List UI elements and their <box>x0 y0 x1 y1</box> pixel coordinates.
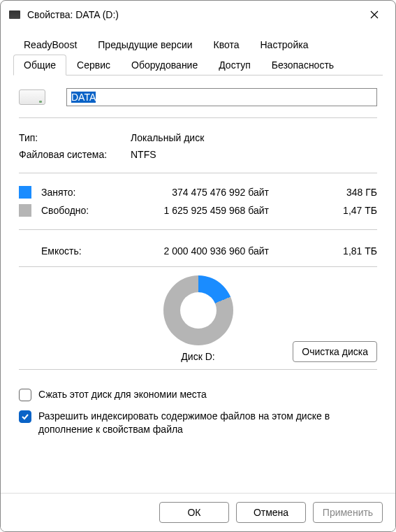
apply-button[interactable]: Применить <box>313 502 383 523</box>
general-panel: Тип: Локальный диск Файловая система: NT… <box>13 76 383 449</box>
index-label: Разрешить индексировать содержимое файло… <box>38 410 377 436</box>
window-title: Свойства: DATA (D:) <box>27 9 362 20</box>
tab-hardware[interactable]: Оборудование <box>121 55 208 75</box>
tab-strip: ReadyBoost Предыдущие версии Квота Настр… <box>13 34 383 76</box>
close-button[interactable] <box>362 3 387 26</box>
drive-icon <box>19 89 45 105</box>
capacity-bytes: 2 000 400 936 960 байт <box>115 245 269 257</box>
free-label: Свободно: <box>41 205 115 216</box>
filesystem-value: NTFS <box>131 149 377 160</box>
ok-button[interactable]: ОК <box>159 502 229 523</box>
used-human: 348 ГБ <box>269 187 377 198</box>
tab-readyboost[interactable]: ReadyBoost <box>13 34 87 55</box>
compress-label: Сжать этот диск для экономии места <box>38 388 207 401</box>
title-bar: Свойства: DATA (D:) <box>1 1 395 29</box>
free-human: 1,47 ТБ <box>269 205 377 216</box>
used-swatch <box>19 186 31 199</box>
type-value: Локальный диск <box>131 132 377 143</box>
tab-tools[interactable]: Сервис <box>66 55 121 75</box>
capacity-label: Емкость: <box>41 245 115 257</box>
check-icon <box>21 412 29 421</box>
used-label: Занято: <box>41 187 115 198</box>
tab-security[interactable]: Безопасность <box>261 55 344 75</box>
usage-donut-chart <box>163 275 233 345</box>
drive-properties-icon <box>9 10 20 19</box>
dialog-footer: ОК Отмена Применить <box>1 493 395 531</box>
tab-sharing[interactable]: Доступ <box>208 55 261 75</box>
tab-previous-versions[interactable]: Предыдущие версии <box>87 34 203 55</box>
tab-customize[interactable]: Настройка <box>250 34 319 55</box>
drive-name-input[interactable] <box>66 88 377 106</box>
compress-checkbox[interactable] <box>19 389 31 401</box>
tab-quota[interactable]: Квота <box>203 34 250 55</box>
cancel-button[interactable]: Отмена <box>236 502 306 523</box>
free-bytes: 1 625 925 459 968 байт <box>115 205 269 216</box>
used-bytes: 374 475 476 992 байт <box>115 187 269 198</box>
close-icon <box>370 10 379 19</box>
tab-general[interactable]: Общие <box>13 55 66 76</box>
filesystem-label: Файловая система: <box>19 149 131 160</box>
type-label: Тип: <box>19 132 131 143</box>
disk-cleanup-button[interactable]: Очистка диска <box>293 341 377 362</box>
free-swatch <box>19 204 31 217</box>
index-checkbox[interactable] <box>19 410 31 423</box>
capacity-human: 1,81 ТБ <box>269 245 377 257</box>
